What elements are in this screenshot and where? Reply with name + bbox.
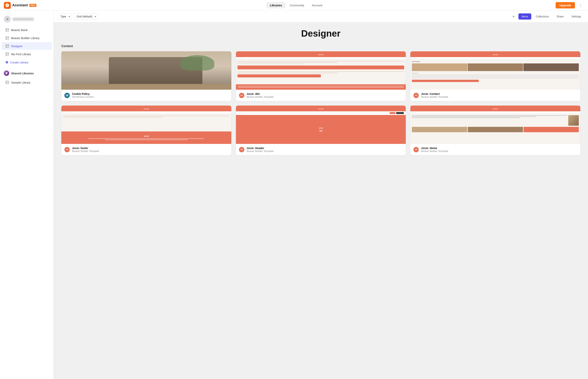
card-title: Jocie: footer [72,147,99,150]
card-jocie-404[interactable]: JOCIE [236,51,406,101]
bb-icon: BB [413,147,419,152]
sidebar-shared-libraries[interactable]: Shared Libraries [4,69,50,78]
svg-rect-1 [6,37,9,39]
app-body: ✳ Beaver Bank Beaver Builder Library Des… [0,11,588,379]
nav-community[interactable]: Community [286,2,308,8]
sidebar-item-my-first[interactable]: My First Library [1,50,52,58]
more-options-button[interactable]: ⋮ [577,2,584,8]
jocie-header-mock: JOCIE [236,106,406,144]
card-jocie-header[interactable]: JOCIE [236,106,406,155]
card-jocie-contact[interactable]: JOCIE Get in touch [410,51,580,101]
jocie-header: JOCIE [410,51,580,57]
card-subtitle: Beaver Builder Template [72,150,99,153]
jocie-body [236,59,406,84]
bb-icon: BB [239,93,244,98]
wp-icon: W [64,93,70,98]
content-area: Designer Content [54,22,588,161]
app-name: Assistant [12,3,28,7]
user-name [13,18,34,20]
plus-icon: ⊕ [5,60,8,64]
upgrade-button[interactable]: Upgrade [556,2,575,8]
card-text: Jocie: footer Beaver Builder Template [72,147,99,153]
card-subtitle: WordPress Content [72,95,94,98]
card-text: Jocie: 404 Beaver Builder Template [247,92,274,98]
library-icon [5,52,9,56]
sidebar-item-label: Beaver Bank [11,28,28,32]
toolbar-left: Type Grid (default) [58,13,98,20]
type-select-wrap: Type [58,13,72,20]
jocie-nav [236,57,406,59]
card-jocie-home[interactable]: JOCIE [410,106,580,155]
topbar-right: Upgrade ⋮ [556,2,584,8]
card-preview-jocie-404: JOCIE [236,51,406,90]
card-text: Jocie: Home Beaver Builder Template [421,147,448,153]
card-title: Cookie Policy [72,92,94,95]
bb-icon: BB [239,147,244,152]
tab-collections[interactable]: Collections [533,13,552,19]
card-footer: BB Jocie: 404 Beaver Builder Template [236,90,406,101]
user-avatar-icon: ✳ [6,17,9,21]
sidebar-user: ✳ [0,14,53,26]
type-select[interactable]: Type [58,13,72,20]
card-footer: BB Jocie: Header Beaver Builder Template [236,144,406,155]
card-footer: W Cookie Policy WordPress Content [61,90,231,101]
sidebar-item-designer[interactable]: Designer [1,42,52,50]
card-cookie-policy[interactable]: W Cookie Policy WordPress Content [61,51,231,101]
card-grid: W Cookie Policy WordPress Content JOCIE [61,51,580,101]
library-icon [5,28,9,32]
create-library-label: Create Library [10,61,28,64]
svg-rect-0 [6,29,9,32]
sidebar-item-sample[interactable]: Sample Library [1,79,52,86]
tab-settings[interactable]: Settings [568,13,584,19]
shared-libraries-section: Shared Libraries [0,67,53,78]
sidebar-item-beaver-bank[interactable]: Beaver Bank [1,26,52,34]
card-title: Jocie: Header [247,147,274,150]
jocie-header: JOCIE [236,51,406,57]
tab-items[interactable]: Items [518,13,531,19]
jocie-nav [410,57,580,59]
main-content: Type Grid (default) + Items Collections … [54,11,588,379]
svg-rect-4 [6,81,9,84]
jocie-home-mock: JOCIE [410,106,580,144]
avatar: ✳ [4,16,11,23]
library-icon [5,80,9,84]
nav-account[interactable]: Account [308,2,326,8]
topbar: Assistant PRO Libraries Community Accoun… [0,0,588,11]
card-subtitle: Beaver Builder Template [421,95,448,98]
view-select[interactable]: Grid (default) [74,13,98,20]
content-toolbar: Type Grid (default) + Items Collections … [54,11,588,22]
topbar-left: Assistant PRO [4,2,36,9]
card-footer: BB Jocie: Home Beaver Builder Template [410,144,580,155]
nav-libraries[interactable]: Libraries [266,2,285,8]
card-title: Jocie: 404 [247,92,274,95]
sidebar-item-label: Designer [11,45,23,48]
card-footer: BB Jocie: footer Beaver Builder Template [61,144,231,155]
create-library-button[interactable]: ⊕ Create Library [1,58,52,66]
card-subtitle: Beaver Builder Template [247,150,274,153]
shared-libraries-icon [4,71,9,76]
library-icon [5,44,9,48]
jocie-footer [236,84,406,90]
library-icon [5,36,9,40]
card-preview-cookie-policy [61,51,231,90]
add-button[interactable]: + [510,13,517,20]
jocie-contact-mock: JOCIE Get in touch [410,51,580,90]
card-preview-jocie-home: JOCIE [410,106,580,144]
svg-rect-2 [6,45,9,47]
bb-icon: BB [413,93,419,98]
tab-share[interactable]: Share [554,13,567,19]
card-preview-jocie-header: JOCIE [236,106,406,144]
shared-libraries-label: Shared Libraries [11,72,34,75]
jocie-footer-mock: JOCIE [61,106,231,144]
section-label: Content [61,45,580,48]
card-grid-row2: JOCIE [61,106,580,155]
sidebar-item-label: Beaver Builder Library [11,36,39,40]
card-jocie-footer[interactable]: JOCIE [61,106,231,155]
pro-badge: PRO [29,4,36,7]
sidebar-item-beaver-builder[interactable]: Beaver Builder Library [1,34,52,42]
jocie-mock: JOCIE [236,51,406,90]
page-title: Designer [61,28,580,39]
topbar-nav: Libraries Community Account [266,2,326,8]
app-logo [4,2,11,9]
bb-icon: BB [64,147,70,152]
